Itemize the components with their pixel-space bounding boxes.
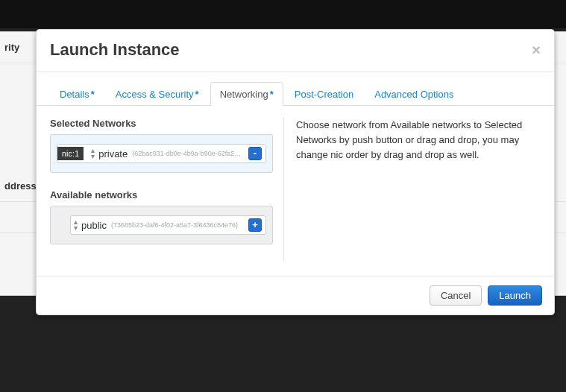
drag-handle-icon[interactable]: ▴▾: [88, 148, 94, 159]
network-chip-private[interactable]: nic:1 ▴▾ private (62bac931-db0e-4b9a-b90…: [57, 144, 266, 163]
tab-bar: Details* Access & Security* Networking* …: [37, 81, 554, 106]
tab-networking[interactable]: Networking*: [210, 82, 283, 106]
tab-label: Post-Creation: [295, 89, 353, 100]
drag-handle-icon[interactable]: ▴▾: [71, 219, 77, 231]
tab-label: Networking: [220, 89, 268, 100]
modal-title: Launch Instance: [50, 40, 532, 60]
tab-advanced-options[interactable]: Advanced Options: [365, 82, 463, 106]
selected-networks-panel[interactable]: nic:1 ▴▾ private (62bac931-db0e-4b9a-b90…: [50, 134, 273, 173]
modal-footer: Cancel Launch: [37, 276, 554, 314]
required-marker: *: [270, 89, 274, 100]
add-network-button[interactable]: +: [248, 218, 262, 232]
nic-badge: nic:1: [57, 147, 84, 160]
networks-column: Selected Networks nic:1 ▴▾ private (62ba…: [50, 118, 284, 261]
launch-button[interactable]: Launch: [488, 285, 542, 306]
tab-post-creation[interactable]: Post-Creation: [285, 82, 363, 106]
cancel-button[interactable]: Cancel: [430, 285, 482, 306]
tab-label: Advanced Options: [374, 89, 453, 100]
tab-label: Access & Security: [116, 89, 194, 100]
modal-body: Selected Networks nic:1 ▴▾ private (62ba…: [37, 106, 554, 276]
launch-instance-modal: Launch Instance × Details* Access & Secu…: [36, 29, 555, 315]
tab-details[interactable]: Details*: [50, 82, 104, 106]
available-networks-label: Available networks: [50, 189, 273, 200]
network-name: public: [81, 220, 107, 231]
network-chip-public[interactable]: ▴▾ public (73685b23-daf6-4f02-a5a7-3f643…: [70, 215, 266, 235]
modal-header: Launch Instance ×: [37, 30, 554, 72]
network-id: (73685b23-daf6-4f02-a5a7-3f6436c84e76): [111, 221, 244, 229]
tab-access-security[interactable]: Access & Security*: [106, 82, 209, 106]
help-text: Choose network from Available networks t…: [284, 118, 541, 261]
network-id: (62bac931-db0e-4b9a-b90e-62fa250c1b2e): [132, 150, 244, 157]
available-networks-panel[interactable]: ▴▾ public (73685b23-daf6-4f02-a5a7-3f643…: [50, 206, 273, 244]
network-name: private: [98, 148, 128, 159]
required-marker: *: [91, 89, 95, 100]
topbar: [0, 0, 566, 28]
selected-networks-label: Selected Networks: [50, 118, 273, 129]
remove-network-button[interactable]: -: [248, 147, 262, 160]
required-marker: *: [195, 89, 199, 100]
tab-label: Details: [60, 89, 89, 100]
close-icon[interactable]: ×: [532, 42, 541, 57]
